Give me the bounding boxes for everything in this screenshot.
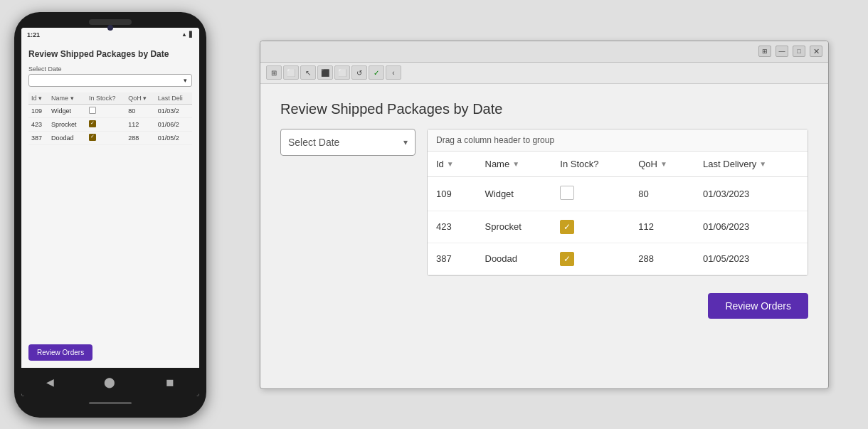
desktop-cell-lastdelivery: 01/05/2023 [694,243,808,275]
phone-cell-name: Sprocket [48,118,86,132]
minimize-button[interactable]: — [776,46,788,57]
phone-home-bar [21,396,199,411]
maximize-button[interactable]: □ [793,46,805,57]
phone-cell-id: 387 [28,132,48,145]
phone-select-label: Select Date [28,65,192,73]
window-titlebar: ⊞ — □ ✕ [260,41,828,63]
phone-speaker [89,19,132,25]
phone-col-id: Id ▾ [28,92,48,105]
phone-time: 1:21 [27,31,40,38]
desktop-cell-name: Sprocket [477,211,552,243]
phone-cell-name: Widget [48,105,86,118]
lastdelivery-filter-icon[interactable]: ▼ [759,160,766,168]
drag-hint-text: Drag a column header to group [428,129,808,152]
phone-container: 1:21 ▲ ▋ Review Shipped Packages by Date… [0,0,221,429]
desktop-cell-instock [551,211,630,243]
phone-status-icons: ▲ ▋ [181,31,194,38]
phone-cell-lastdeli: 01/06/2 [155,118,192,132]
phone-home-button[interactable]: ⬤ [104,376,115,388]
phone-cell-lastdeli: 01/05/2 [155,132,192,145]
qoh-filter-icon[interactable]: ▼ [660,160,667,168]
phone-table-row: 109 Widget 80 01/03/2 [28,105,192,118]
phone-cell-qoh: 80 [125,105,154,118]
desktop-cell-instock [551,243,630,275]
select-date-label: Select Date [288,137,339,148]
instock-checkbox-checked[interactable] [560,252,574,266]
minimize-icon: — [779,48,785,55]
toolbar-icon-4: ⬛ [321,69,329,77]
close-button[interactable]: ✕ [810,46,822,57]
desktop-cell-id: 423 [428,211,477,243]
phone-select-section: Select Date ▾ [28,65,192,87]
toolbar-btn-3[interactable]: ↖ [300,65,316,80]
instock-checkbox-unchecked[interactable] [560,186,574,200]
phone-cell-id: 423 [28,118,48,132]
phone-checkbox-checked [89,134,96,141]
controls-row: Select Date ▾ Drag a column header to gr… [280,129,808,276]
desktop-col-lastdelivery: Last Delivery ▼ [694,152,808,177]
desktop-cell-qoh: 80 [630,176,694,211]
chevron-down-icon: ▾ [403,137,408,147]
desktop-cell-name: Widget [477,176,552,211]
toolbar-icon-1: ⊞ [271,69,277,77]
desktop-cell-qoh: 288 [630,243,694,275]
id-filter-icon[interactable]: ▼ [447,160,454,168]
toolbar-icon-3: ↖ [305,69,311,77]
toolbar-icon-2: ⬜ [287,69,295,77]
phone-table-header-row: Id ▾ Name ▾ In Stock? QoH ▾ Last Deli [28,92,192,105]
toolbar-btn-2[interactable]: ⬜ [283,65,299,80]
toolbar-btn-8[interactable]: ‹ [386,65,401,80]
phone-cell-qoh: 112 [125,118,154,132]
phone-chevron-icon: ▾ [184,77,187,84]
toolbar-icon-8: ‹ [392,69,394,77]
toolbar-icon-6: ↺ [356,69,362,77]
phone-cell-instock [86,105,125,118]
desktop-cell-id: 387 [428,243,477,275]
toolbar-btn-7[interactable]: ✓ [369,65,384,80]
toolbar-icon-5: ⬜ [338,69,346,77]
phone-cell-qoh: 288 [125,132,154,145]
desktop-page-title: Review Shipped Packages by Date [280,101,808,117]
phone-checkbox-checked [89,120,96,127]
desktop-table-header-row: Id ▼ Name ▼ [428,152,808,177]
name-filter-icon[interactable]: ▼ [512,160,519,168]
desktop-cell-id: 109 [428,176,477,211]
desktop-col-id: Id ▼ [428,152,477,177]
phone-col-instock: In Stock? [86,92,125,105]
toolbar-btn-4[interactable]: ⬛ [317,65,333,80]
signal-icon: ▋ [189,31,194,38]
desktop-cell-lastdelivery: 01/06/2023 [694,211,808,243]
maximize-icon: □ [797,48,800,55]
toolbar-btn-5[interactable]: ⬜ [334,65,350,80]
phone-col-qoh: QoH ▾ [125,92,154,105]
phone-select-date[interactable]: ▾ [28,74,192,87]
phone-recents-button[interactable]: ◼ [166,376,174,388]
phone-cell-id: 109 [28,105,48,118]
desktop-cell-qoh: 112 [630,211,694,243]
desktop-review-orders-button[interactable]: Review Orders [708,293,808,319]
desktop-cell-instock [551,176,630,211]
phone-checkbox-unchecked [89,107,96,114]
window-body: Review Shipped Packages by Date Select D… [260,84,828,388]
phone-nav-bar: ◀ ⬤ ◼ [21,368,199,396]
desktop-window: ⊞ — □ ✕ ⊞ ⬜ ↖ ⬛ ⬜ ↺ ✓ ‹ Review Shipped P… [260,41,829,389]
phone-review-orders-button[interactable]: Review Orders [28,344,92,361]
phone-col-lastdeli: Last Deli [155,92,192,105]
select-date-button[interactable]: Select Date ▾ [280,129,416,156]
phone-screen: 1:21 ▲ ▋ Review Shipped Packages by Date… [21,28,199,396]
phone-col-name: Name ▾ [48,92,86,105]
toolbar-btn-6[interactable]: ↺ [351,65,367,80]
phone-home-line [89,402,132,404]
instock-checkbox-checked[interactable] [560,220,574,234]
phone-table-row: 387 Doodad 288 01/05/2 [28,132,192,145]
toolbar-btn-1[interactable]: ⊞ [266,65,282,80]
phone-cell-instock [86,132,125,145]
desktop-table-row: 423 Sprocket 112 01/06/2023 [428,211,808,243]
desktop-col-qoh: QoH ▼ [630,152,694,177]
desktop-col-name: Name ▼ [477,152,552,177]
phone-camera [107,25,113,31]
phone-back-button[interactable]: ◀ [46,376,54,388]
table-section: Drag a column header to group Id ▼ [427,129,808,276]
phone-cell-name: Doodad [48,132,86,145]
phone-device: 1:21 ▲ ▋ Review Shipped Packages by Date… [14,12,206,418]
